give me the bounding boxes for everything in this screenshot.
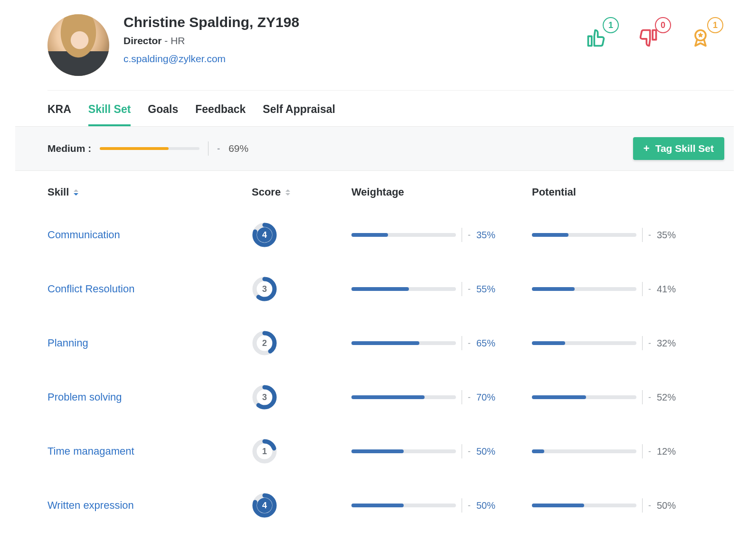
col-score[interactable]: Score: [252, 186, 351, 198]
progress-track: [532, 504, 636, 507]
tab-feedback[interactable]: Feedback: [195, 103, 246, 126]
tag-skill-set-button[interactable]: + Tag Skill Set: [633, 137, 724, 160]
weightage-cell: -70%: [351, 390, 532, 404]
profile-name: Christine Spalding, ZY198: [123, 14, 299, 30]
progress-track: [532, 449, 636, 453]
score-value: 1: [252, 439, 277, 464]
progress-label: 55%: [476, 284, 495, 295]
col-potential-label: Potential: [532, 186, 576, 198]
weightage-cell: -55%: [351, 282, 532, 296]
skill-name[interactable]: Time managament: [47, 445, 252, 457]
progress-dash: -: [648, 284, 651, 294]
col-skill-label: Skill: [47, 186, 69, 198]
skill-name[interactable]: Written expression: [47, 499, 252, 512]
col-score-label: Score: [252, 186, 281, 198]
tabs: KRASkill SetGoalsFeedbackSelf Appraisal: [47, 91, 734, 126]
progress-separator: [642, 390, 643, 404]
progress-track: [351, 341, 456, 345]
progress-fill: [532, 395, 586, 399]
avatar[interactable]: [47, 14, 109, 76]
medium-label: Medium :: [47, 143, 91, 154]
progress-label: 65%: [476, 338, 495, 349]
progress-fill: [351, 449, 404, 453]
table-header: Skill Score Weightage Potential: [47, 175, 734, 208]
progress-track: [351, 233, 456, 237]
tab-self-appraisal[interactable]: Self Appraisal: [263, 103, 335, 126]
plus-icon: +: [644, 143, 650, 154]
skill-name[interactable]: Conflict Resolution: [47, 283, 252, 295]
progress-separator: [462, 498, 462, 513]
medium-left: Medium : - 69%: [47, 141, 248, 156]
weightage-cell: -65%: [351, 336, 532, 350]
progress-label: 50%: [657, 500, 676, 511]
award-count: 1: [707, 17, 723, 33]
progress-fill: [532, 341, 565, 345]
progress-track: [532, 395, 636, 399]
thumbs-up-icon: [586, 28, 606, 48]
tag-skill-set-label: Tag Skill Set: [655, 143, 714, 154]
score-donut: 1: [252, 439, 277, 464]
tab-skill-set[interactable]: Skill Set: [88, 103, 131, 126]
weightage-cell: -35%: [351, 228, 532, 242]
thumbs-down-icon: [638, 28, 659, 48]
medium-value: 69%: [228, 143, 248, 154]
table-row: Time managament1-50%-12%: [47, 424, 734, 478]
progress-dash: -: [468, 284, 471, 294]
skill-name[interactable]: Communication: [47, 229, 252, 241]
reaction-badges: 1 0 1: [582, 14, 734, 52]
progress-dash: -: [468, 230, 471, 240]
thumbs-up-count: 1: [603, 17, 619, 33]
profile-email[interactable]: c.spalding@zylker.com: [123, 53, 299, 65]
tab-kra[interactable]: KRA: [47, 103, 71, 126]
medium-separator: [208, 141, 208, 156]
table-row: Problem solving3-70%-52%: [47, 370, 734, 424]
progress-dash: -: [648, 447, 651, 457]
progress-track: [532, 233, 636, 237]
progress-dash: -: [468, 392, 471, 402]
col-weightage-label: Weightage: [351, 186, 404, 198]
skill-name[interactable]: Problem solving: [47, 391, 252, 403]
score-value: 2: [252, 330, 277, 356]
progress-label: 35%: [657, 230, 676, 241]
col-skill[interactable]: Skill: [47, 186, 252, 198]
sort-icon: [74, 189, 78, 196]
progress-separator: [642, 282, 643, 296]
profile-left: Christine Spalding, ZY198 Director - HR …: [47, 14, 299, 76]
profile-role: Director - HR: [123, 35, 299, 47]
progress-dash: -: [648, 392, 651, 402]
progress-label: 35%: [476, 230, 495, 241]
potential-cell: -50%: [532, 498, 712, 513]
profile-info: Christine Spalding, ZY198 Director - HR …: [123, 14, 299, 65]
potential-cell: -32%: [532, 336, 712, 350]
award-icon: [690, 28, 711, 48]
score-donut: 4: [252, 222, 277, 248]
progress-track: [351, 395, 456, 399]
progress-track: [351, 287, 456, 291]
potential-cell: -41%: [532, 282, 712, 296]
tab-goals[interactable]: Goals: [148, 103, 178, 126]
skill-name[interactable]: Planning: [47, 337, 252, 349]
progress-fill: [532, 504, 584, 507]
col-potential: Potential: [532, 186, 712, 198]
progress-track: [351, 504, 456, 507]
award-badge[interactable]: 1: [686, 24, 715, 52]
progress-track: [532, 341, 636, 345]
thumbs-down-count: 0: [655, 17, 671, 33]
score-value: 4: [252, 493, 277, 518]
table-row: Conflict Resolution3-55%-41%: [47, 262, 734, 316]
medium-bar: Medium : - 69% + Tag Skill Set: [15, 126, 734, 171]
progress-fill: [351, 395, 425, 399]
skill-table: Skill Score Weightage Potential Communic…: [47, 175, 734, 532]
progress-fill: [351, 233, 388, 237]
progress-separator: [462, 336, 462, 350]
potential-cell: -35%: [532, 228, 712, 242]
thumbs-up-badge[interactable]: 1: [582, 24, 610, 52]
table-row: Written expression4-50%-50%: [47, 478, 734, 532]
progress-dash: -: [648, 501, 651, 511]
thumbs-down-badge[interactable]: 0: [634, 24, 663, 52]
progress-label: 50%: [476, 500, 495, 511]
progress-fill: [532, 233, 568, 237]
medium-dash: -: [217, 144, 220, 154]
progress-separator: [462, 390, 462, 404]
progress-dash: -: [648, 338, 651, 348]
